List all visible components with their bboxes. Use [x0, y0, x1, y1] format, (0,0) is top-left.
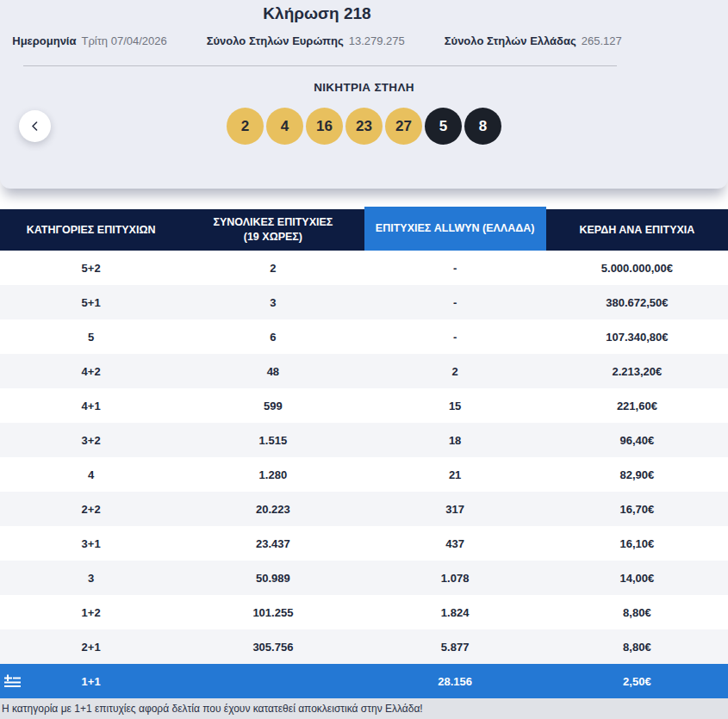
cell-greece: - [364, 296, 546, 309]
cell-category: 4+2 [0, 365, 182, 378]
cell-total: 48 [182, 365, 364, 378]
winning-number-ball: 4 [266, 108, 303, 145]
winning-numbers-row: 2 4 16 23 27 5 8 [0, 108, 728, 145]
cell-prize: 380.672,50€ [546, 296, 728, 309]
table-row: 3+2 1.515 18 96,40€ [0, 423, 728, 457]
table-row: 5+1 3 - 380.672,50€ [0, 285, 728, 319]
greece-only-category-row: 1+1 28.156 2,50€ [0, 664, 728, 698]
results-table-body: 5+2 2 - 5.000.000,00€ 5+1 3 - 380.672,50… [0, 251, 728, 719]
bonus-number-ball: 5 [425, 108, 462, 145]
card-table-gap [0, 189, 728, 207]
winning-column-title: ΝΙΚΗΤΡΙΑ ΣΤΗΛΗ [0, 81, 728, 94]
cell-greece: 317 [364, 503, 546, 516]
cell-greece: 21 [364, 468, 546, 481]
cell-prize: 2,50€ [546, 675, 728, 688]
draw-meta-row: Ημερομηνία Τρίτη 07/04/2026 Σύνολο Στηλώ… [0, 34, 634, 47]
cell-category: 5+1 [0, 296, 182, 309]
table-row: 4+1 599 15 221,60€ [0, 388, 728, 423]
meta-europe-columns: Σύνολο Στηλών Ευρώπης 13.279.275 [207, 34, 405, 47]
winning-number-ball: 27 [385, 108, 422, 145]
meta-greece-value: 265.127 [582, 34, 622, 47]
cell-total: 1.280 [182, 468, 364, 481]
cell-total: 599 [182, 400, 364, 412]
table-row: 3+1 23.437 437 16,10€ [0, 526, 728, 561]
cell-total: 1.515 [182, 434, 364, 447]
cell-greece: 1.824 [364, 606, 546, 619]
cell-prize: 82,90€ [546, 468, 728, 481]
meta-greece-label: Σύνολο Στηλών Ελλάδας [445, 34, 576, 47]
chevron-left-icon [30, 121, 40, 131]
table-row: 4+2 48 2 2.213,20€ [0, 354, 728, 388]
meta-greece-columns: Σύνολο Στηλών Ελλάδας 265.127 [445, 34, 622, 47]
cell-category: 4+1 [0, 400, 182, 412]
winning-number-ball: 23 [345, 108, 383, 145]
previous-draw-button[interactable] [19, 110, 51, 142]
column-header-total-line1: ΣΥΝΟΛΙΚΕΣ ΕΠΙΤΥΧΙΕΣ [213, 215, 333, 230]
cell-category: 2+1 [0, 641, 182, 654]
column-header-prize: ΚΕΡΔΗ ΑΝΑ ΕΠΙΤΥΧΙΑ [546, 209, 728, 251]
cell-category: 3 [0, 572, 182, 585]
page-title: Κλήρωση 218 [0, 0, 634, 25]
cell-category: 5+2 [0, 262, 182, 275]
header-divider [23, 65, 617, 66]
cell-category: 3+2 [0, 434, 182, 447]
cell-prize: 107.340,80€ [546, 331, 728, 344]
bonus-number-ball: 8 [464, 108, 501, 145]
table-row: 2+1 305.756 5.877 8,80€ [0, 629, 728, 664]
cell-greece: 1.078 [364, 572, 546, 585]
cell-prize: 96,40€ [546, 434, 728, 447]
cell-prize: 221,60€ [546, 400, 728, 412]
cell-prize: 8,80€ [546, 606, 728, 619]
cell-prize: 2.213,20€ [546, 365, 728, 378]
cell-greece: 15 [364, 400, 546, 412]
cell-total: 305.756 [182, 641, 364, 654]
column-header-total-wins: ΣΥΝΟΛΙΚΕΣ ΕΠΙΤΥΧΙΕΣ (19 ΧΩΡΕΣ) [182, 209, 364, 251]
greece-only-footnote: Η κατηγορία με 1+1 επιτυχίες αφορά δελτί… [0, 698, 728, 719]
cell-total: 3 [182, 296, 364, 309]
table-row: 2+2 20.223 317 16,70€ [0, 492, 728, 526]
cell-prize: 5.000.000,00€ [546, 262, 728, 275]
column-header-categories: ΚΑΤΗΓΟΡΙΕΣ ΕΠΙΤΥΧΙΩΝ [0, 209, 182, 251]
table-row: 4 1.280 21 82,90€ [0, 457, 728, 492]
column-header-allwyn-greece: ΕΠΙΤΥΧΙΕΣ ALLWYN (ΕΛΛΑΔΑ) [364, 207, 546, 251]
cell-total: 2 [182, 262, 364, 275]
table-row: 5+2 2 - 5.000.000,00€ [0, 251, 728, 285]
cell-category: 3+1 [0, 537, 182, 550]
table-row: 3 50.989 1.078 14,00€ [0, 561, 728, 595]
column-header-total-line2: (19 ΧΩΡΕΣ) [244, 230, 302, 245]
cell-total: 23.437 [182, 537, 364, 550]
cell-category: 1+1 [0, 675, 182, 688]
cell-prize: 8,80€ [546, 641, 728, 654]
draw-summary-card: Κλήρωση 218 Ημερομηνία Τρίτη 07/04/2026 … [0, 0, 728, 189]
cell-total: 101.255 [182, 606, 364, 619]
draw-info-block: Κλήρωση 218 Ημερομηνία Τρίτη 07/04/2026 … [0, 0, 634, 66]
winning-number-ball: 16 [306, 108, 343, 145]
meta-date-label: Ημερομηνία [12, 34, 76, 47]
cell-greece: 2 [364, 365, 546, 378]
cell-total: 6 [182, 331, 364, 344]
cell-category: 1+2 [0, 606, 182, 619]
meta-date-value: Τρίτη 07/04/2026 [81, 34, 166, 47]
cell-greece: 5.877 [364, 641, 546, 654]
cell-category: 4 [0, 468, 182, 481]
cell-total: 20.223 [182, 503, 364, 516]
meta-date: Ημερομηνία Τρίτη 07/04/2026 [12, 34, 167, 47]
table-row: 1+2 101.255 1.824 8,80€ [0, 595, 728, 629]
results-table-header: ΚΑΤΗΓΟΡΙΕΣ ΕΠΙΤΥΧΙΩΝ ΣΥΝΟΛΙΚΕΣ ΕΠΙΤΥΧΙΕΣ… [0, 207, 728, 251]
meta-europe-value: 13.279.275 [349, 34, 405, 47]
cell-category: 5 [0, 331, 182, 344]
cell-greece: - [364, 331, 546, 344]
winning-number-ball: 2 [227, 108, 264, 145]
cell-greece: - [364, 262, 546, 275]
cell-total: 50.989 [182, 572, 364, 585]
meta-europe-label: Σύνολο Στηλών Ευρώπης [207, 34, 344, 47]
table-row: 5 6 - 107.340,80€ [0, 319, 728, 354]
cell-greece: 437 [364, 537, 546, 550]
cell-greece: 18 [364, 434, 546, 447]
cell-prize: 14,00€ [546, 572, 728, 585]
cell-greece: 28.156 [364, 675, 546, 688]
greek-flag-icon [4, 674, 22, 688]
cell-prize: 16,70€ [546, 503, 728, 516]
cell-prize: 16,10€ [546, 537, 728, 550]
cell-category: 2+2 [0, 503, 182, 516]
